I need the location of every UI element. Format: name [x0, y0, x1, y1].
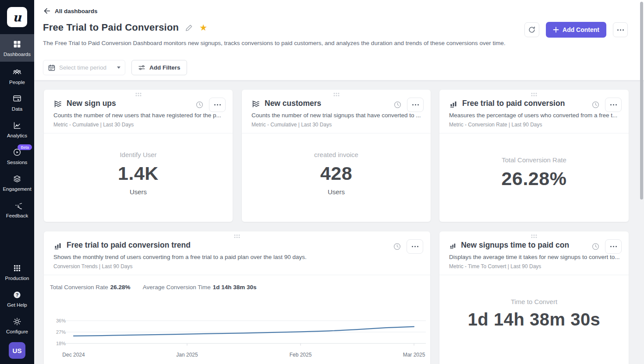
dashboard-description: The Free Trial to Paid Conversion Dashbo… — [43, 40, 513, 46]
layers-icon — [12, 174, 22, 184]
x-tick: Jan 2025 — [176, 352, 198, 358]
edit-pencil-icon[interactable] — [185, 24, 193, 32]
card-title: New sign ups — [67, 99, 116, 108]
card-menu-button[interactable] — [605, 98, 622, 112]
x-axis-labels: Dec 2024 Jan 2025 Feb 2025 Mar 2025 — [66, 352, 426, 359]
add-filters-button[interactable]: Add Filters — [131, 60, 187, 75]
trend-chart: 36% 27% 18% Dec 2024 Jan 2025 Feb 2025 M… — [50, 302, 426, 359]
card-header: New sign ups Counts the number of new us… — [44, 90, 233, 128]
clock-icon — [591, 101, 600, 109]
sidebar-item-label: Get Help — [7, 302, 27, 308]
sidebar-item-label: Sessions — [7, 160, 28, 165]
dashboards-icon — [12, 39, 22, 49]
card-description: Measures the percentage of users who con… — [449, 112, 622, 119]
sidebar-item-people[interactable]: People — [0, 63, 34, 88]
bar-chart-icon — [53, 241, 62, 250]
card-header: New signups time to paid conver... Displ… — [439, 231, 629, 270]
beta-badge: Beta — [18, 144, 32, 150]
bar-chart-icon — [449, 99, 458, 108]
sidebar-item-production[interactable]: Production — [0, 259, 34, 284]
userpilot-logo[interactable]: u — [7, 7, 27, 27]
chevron-down-icon — [117, 66, 120, 69]
card-menu-button[interactable] — [407, 239, 423, 254]
cumulative-waves-icon — [251, 99, 260, 108]
card-menu-button[interactable] — [209, 98, 226, 112]
time-period-placeholder: Select time period — [59, 64, 113, 71]
svg-text:?: ? — [16, 292, 19, 298]
dashboard-menu-button[interactable] — [613, 22, 628, 37]
add-content-button[interactable]: Add Content — [546, 22, 606, 38]
sidebar-item-dashboards[interactable]: Dashboards — [0, 34, 34, 62]
page-title: Free Trial to Paid Conversion — [43, 22, 179, 33]
back-link[interactable]: All dashboards — [43, 7, 98, 15]
card-description: Counts the number of new trial signups t… — [251, 112, 424, 119]
stat-average-time: Average Conversion Time1d 14h 38m 30s — [143, 284, 257, 290]
card-header: Free trial to paid conversion trend Show… — [44, 231, 430, 270]
gear-icon — [12, 317, 22, 326]
ellipsis-icon — [214, 104, 221, 105]
metric-label: Total Conversion Rate — [502, 156, 566, 164]
favorite-star-icon[interactable]: ★ — [199, 23, 207, 32]
header-actions: Add Content — [524, 22, 628, 38]
sidebar-item-sessions[interactable]: Beta Sessions — [0, 144, 34, 168]
sidebar-item-engagement[interactable]: Engagement — [0, 170, 34, 195]
widget-free-trial-conversion: Free trial to paid conversion Measures t… — [439, 90, 629, 222]
back-arrow-icon — [43, 7, 51, 15]
card-menu-button[interactable] — [605, 239, 622, 254]
dashboard-header: All dashboards Free Trial to Paid Conver… — [34, 0, 644, 80]
widget-new-customers: New customers Counts the number of new t… — [242, 90, 431, 222]
time-period-select[interactable]: Select time period — [43, 60, 125, 75]
grid-dots-icon — [12, 263, 22, 273]
card-title: Free trial to paid conversion — [462, 99, 565, 108]
y-tick: 18% — [52, 341, 66, 346]
clock-icon — [195, 101, 204, 109]
card-description: Displays the average time it takes for n… — [449, 254, 622, 260]
metric-body: Total Conversion Rate 26.28% — [439, 133, 629, 189]
analytics-icon — [12, 121, 22, 130]
card-title: New signups time to paid conver... — [461, 241, 569, 250]
calendar-icon — [48, 64, 56, 72]
sidebar-item-label: Analytics — [7, 133, 27, 138]
metric-body: Identify User 1.4K Users — [44, 133, 233, 196]
card-title: Free trial to paid conversion trend — [67, 241, 191, 250]
card-meta: Metric - Conversion Rate | Last 90 Days — [449, 122, 622, 128]
user-avatar[interactable]: US — [9, 342, 25, 359]
ellipsis-icon — [610, 104, 617, 105]
card-meta: Metric - Time To Convert | Last 90 Days — [449, 263, 622, 270]
clock-icon — [591, 242, 600, 251]
cumulative-waves-icon — [53, 99, 62, 108]
stat-total-conversion: Total Conversion Rate26.28% — [50, 284, 131, 290]
sidebar-item-get-help[interactable]: ? Get Help — [0, 286, 34, 311]
widget-new-sign-ups: New sign ups Counts the number of new us… — [44, 90, 233, 222]
card-menu-button[interactable] — [407, 98, 424, 112]
metric-unit: Users — [130, 188, 147, 196]
card-meta: Metric - Cumulative | Last 30 Days — [53, 122, 226, 128]
card-header: New customers Counts the number of new t… — [242, 90, 431, 128]
sidebar-item-feedback[interactable]: Feedback — [0, 197, 34, 222]
refresh-icon — [528, 26, 536, 34]
metric-unit: Users — [328, 188, 345, 196]
vertical-scrollbar[interactable] — [640, 2, 643, 200]
metric-label: Identify User — [120, 151, 156, 158]
sidebar-item-analytics[interactable]: Analytics — [0, 117, 34, 142]
filter-bar: Select time period Add Filters — [43, 60, 187, 75]
refresh-button[interactable] — [524, 22, 539, 37]
x-tick: Mar 2025 — [403, 352, 425, 358]
x-tick: Dec 2024 — [62, 352, 85, 358]
sidebar-item-data[interactable]: Data — [0, 90, 34, 115]
ellipsis-icon — [412, 246, 418, 247]
sidebar-item-configure[interactable]: Configure — [0, 313, 34, 338]
filter-sliders-icon — [138, 64, 145, 71]
sidebar-item-label: Production — [5, 276, 29, 281]
card-description: Counts the number of new users that have… — [53, 112, 226, 119]
sidebar-item-label: Engagement — [3, 186, 31, 192]
metric-value: 26.28% — [502, 168, 567, 189]
title-row: Free Trial to Paid Conversion ★ — [43, 22, 207, 33]
sidebar-item-label: Dashboards — [4, 52, 31, 57]
add-filters-label: Add Filters — [149, 64, 180, 71]
y-tick: 36% — [52, 318, 66, 323]
sidebar-item-label: Feedback — [6, 213, 28, 218]
metric-value: 428 — [320, 163, 352, 184]
trend-stats: Total Conversion Rate26.28% Average Conv… — [50, 284, 257, 290]
sidebar-item-label: People — [9, 80, 25, 85]
